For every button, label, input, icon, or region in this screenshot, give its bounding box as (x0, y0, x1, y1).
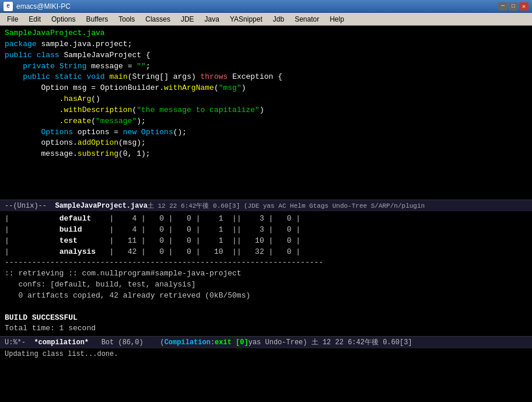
modeline2-exit: exit [0] (215, 338, 249, 347)
editor-line: public static void main(String[] args) t… (5, 72, 527, 83)
output-confs: confs: [default, build, test, analysis] (5, 279, 527, 291)
menu-item-yasnippet[interactable]: YASnippet (225, 14, 267, 25)
output-area: | default | 4 | 0 | 0 | 1 || 3 | 0 | | b… (0, 211, 532, 336)
output-line: | build | 4 | 0 | 0 | 1 || 3 | 0 | (5, 225, 527, 236)
editor-line: Option msg = OptionBuilder.withArgName("… (5, 83, 527, 94)
output-build-success: BUILD SUCCESSFUL (5, 313, 527, 324)
output-line: | test | 11 | 0 | 0 | 1 || 10 | 0 | (5, 236, 527, 247)
editor-line: message.substring(0, 1); (5, 149, 527, 160)
titlebar-icon: e (4, 2, 13, 11)
editor-line: Options options = new Options(); (5, 127, 527, 138)
minimize-button[interactable]: ─ (498, 2, 508, 11)
menu-item-classes[interactable]: Classes (141, 14, 175, 25)
output-separator: ----------------------------------------… (5, 257, 527, 268)
maximize-button[interactable]: □ (509, 2, 518, 11)
modeline1-info: 土 12 22 6:42午後 0.60[3] (JDE yas AC Helm … (148, 201, 425, 210)
editor-line: .create("message"); (5, 116, 527, 127)
modeline2-left: U:%*- *compilation* Bot (86,0) ( (5, 338, 164, 347)
editor-line: package sample.java.project; (5, 39, 527, 50)
menu-item-jdb[interactable]: Jdb (268, 14, 289, 25)
editor-line: private String message = ""; (5, 61, 527, 72)
statusbar-text: Updating class list...done. (5, 350, 118, 358)
output-line: | analysis | 42 | 0 | 0 | 10 || 32 | 0 | (5, 247, 527, 258)
output-line: | default | 4 | 0 | 0 | 1 || 3 | 0 | (5, 214, 527, 225)
modeline2-colon: : (211, 338, 215, 347)
titlebar: e emacs@MIKI-PC ─ □ ✕ (0, 0, 532, 13)
editor: SampleJavaProject.java package sample.ja… (0, 26, 532, 200)
menu-item-jde[interactable]: JDE (176, 14, 199, 25)
editor-line: public class SampleJavaProject { (5, 50, 527, 61)
output-artifacts: 0 artifacts copied, 42 already retrieved… (5, 291, 527, 302)
modeline1-prefix: --(Unix)-- (5, 202, 55, 210)
editor-line: options.addOption(msg); (5, 138, 527, 149)
editor-filename: SampleJavaProject.java (5, 28, 527, 39)
menu-item-java[interactable]: Java (200, 14, 224, 25)
titlebar-left: e emacs@MIKI-PC (4, 2, 71, 11)
menu-item-file[interactable]: File (2, 14, 23, 25)
modeline1-filename: SampleJavaProject.java (55, 202, 147, 210)
menu-item-senator[interactable]: Senator (290, 14, 324, 25)
titlebar-title: emacs@MIKI-PC (16, 2, 71, 11)
menu-item-options[interactable]: Options (47, 14, 80, 25)
statusbar: Updating class list...done. (0, 348, 532, 359)
output-blank (5, 302, 527, 313)
close-button[interactable]: ✕ (519, 2, 528, 11)
menu-item-help[interactable]: Help (325, 14, 349, 25)
modeline2: U:%*- *compilation* Bot (86,0) (Compilat… (0, 336, 532, 348)
editor-line: .withDescription("the message to capital… (5, 105, 527, 116)
titlebar-buttons: ─ □ ✕ (498, 2, 528, 11)
modeline2-compilation-label: Compilation (164, 338, 211, 347)
menu-item-edit[interactable]: Edit (24, 14, 46, 25)
output-retrieving: :: retrieving :: com.nullprogram#sample-… (5, 268, 527, 279)
output-total-time: Total time: 1 second (5, 323, 527, 334)
modeline1: --(Unix)-- SampleJavaProject.java 土 12 2… (0, 200, 532, 211)
editor-line: .hasArg() (5, 94, 527, 105)
menubar: FileEditOptionsBuffersToolsClassesJDEJav… (0, 13, 532, 26)
modeline2-right: yas Undo-Tree) 土 12 22 6:42午後 0.60[3] (249, 337, 412, 347)
menu-item-tools[interactable]: Tools (114, 14, 139, 25)
menu-item-buffers[interactable]: Buffers (81, 14, 113, 25)
